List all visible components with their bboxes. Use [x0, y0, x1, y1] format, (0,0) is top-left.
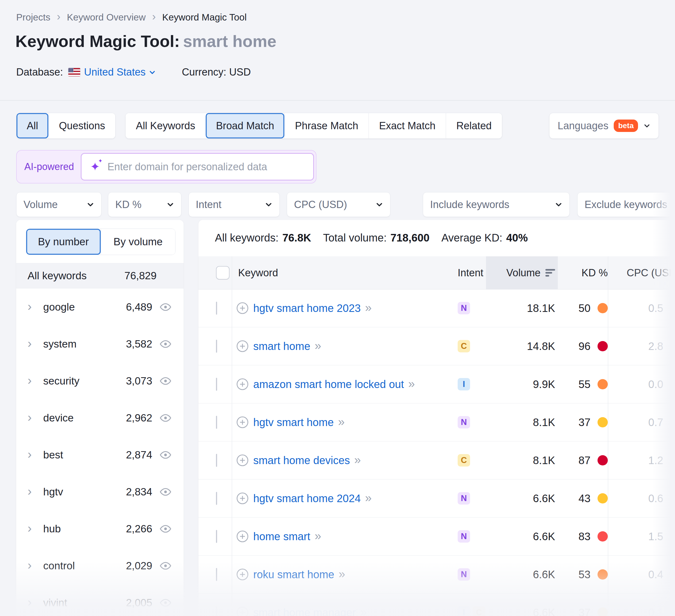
- intent-badge: C: [458, 454, 470, 466]
- add-keyword-icon[interactable]: [236, 492, 249, 505]
- tab-questions[interactable]: Questions: [48, 113, 115, 139]
- sidebar-group-vivint[interactable]: › vivint 2,005: [16, 584, 183, 616]
- row-checkbox[interactable]: [216, 568, 217, 581]
- kd-value: 37: [579, 416, 591, 429]
- eye-icon[interactable]: [159, 301, 172, 313]
- eye-icon[interactable]: [159, 559, 172, 572]
- kd-difficulty-dot: [598, 493, 608, 504]
- kd-value: 55: [579, 378, 591, 390]
- sidebar-group-hgtv[interactable]: › hgtv 2,834: [16, 473, 183, 510]
- add-keyword-icon[interactable]: [236, 416, 249, 429]
- eye-icon[interactable]: [159, 412, 172, 424]
- row-checkbox[interactable]: [216, 302, 217, 315]
- database-selector[interactable]: United States: [84, 66, 156, 78]
- sidebar-group-security[interactable]: › security 3,073: [16, 362, 183, 399]
- open-keyword-icon[interactable]: »: [365, 301, 371, 314]
- sidebar-group-control[interactable]: › control 2,029: [16, 547, 183, 584]
- open-keyword-icon[interactable]: »: [354, 453, 360, 466]
- filter-include-keywords[interactable]: Include keywords: [423, 192, 570, 217]
- languages-dropdown[interactable]: Languages beta: [549, 113, 659, 139]
- filters-row: Volume KD % Intent CPC (USD) Include key…: [16, 192, 675, 217]
- tab-phrase-match[interactable]: Phrase Match: [284, 113, 368, 139]
- open-keyword-icon[interactable]: »: [365, 491, 371, 505]
- select-all-checkbox[interactable]: [216, 266, 229, 279]
- tab-exact-match[interactable]: Exact Match: [369, 113, 446, 139]
- chevron-right-icon: ›: [152, 11, 156, 22]
- add-keyword-icon[interactable]: [236, 378, 249, 391]
- eye-icon[interactable]: [159, 486, 172, 498]
- column-volume-sorted[interactable]: Volume: [486, 256, 558, 289]
- volume-value: 6.6K: [486, 568, 558, 581]
- filter-kd[interactable]: KD %: [108, 192, 181, 217]
- eye-icon[interactable]: [159, 523, 172, 535]
- us-flag-icon: [68, 68, 80, 76]
- row-checkbox[interactable]: [216, 492, 217, 505]
- filter-volume[interactable]: Volume: [16, 192, 101, 217]
- open-keyword-icon[interactable]: »: [360, 605, 366, 616]
- add-keyword-icon[interactable]: [236, 568, 249, 581]
- breadcrumb-projects[interactable]: Projects: [16, 12, 50, 23]
- row-checkbox[interactable]: [216, 530, 217, 543]
- filter-cpc[interactable]: CPC (USD): [287, 192, 390, 217]
- tab-all[interactable]: All: [16, 113, 48, 139]
- breadcrumb-keyword-overview[interactable]: Keyword Overview: [67, 12, 146, 23]
- keyword-link[interactable]: smart home manager: [253, 607, 356, 616]
- open-keyword-icon[interactable]: »: [338, 415, 344, 429]
- tab-broad-match[interactable]: Broad Match: [206, 113, 284, 139]
- group-label: security: [43, 375, 79, 387]
- eye-icon[interactable]: [159, 597, 172, 609]
- eye-icon[interactable]: [159, 449, 172, 461]
- add-keyword-icon[interactable]: [236, 530, 249, 543]
- filter-intent[interactable]: Intent: [189, 192, 280, 217]
- keyword-link[interactable]: hgtv smart home: [253, 416, 334, 429]
- row-checkbox[interactable]: [216, 340, 217, 353]
- volume-value: 6.6K: [486, 607, 558, 616]
- toggle-by-volume[interactable]: By volume: [101, 229, 175, 255]
- table-row: hgtv smart home » N 8.1K 37 0.7: [199, 404, 675, 441]
- keyword-link[interactable]: smart home: [253, 340, 310, 352]
- open-keyword-icon[interactable]: »: [408, 377, 414, 390]
- keyword-link[interactable]: roku smart home: [253, 568, 334, 581]
- domain-input[interactable]: [107, 161, 307, 173]
- sidebar-group-google[interactable]: › google 6,489: [16, 288, 183, 326]
- tab-all-keywords[interactable]: All Keywords: [126, 113, 206, 139]
- eye-icon[interactable]: [159, 375, 172, 387]
- table-row: smart home » C 14.8K 96 2.8: [199, 327, 675, 365]
- column-kd[interactable]: KD %: [558, 256, 608, 289]
- sidebar-group-device[interactable]: › device 2,962: [16, 399, 183, 436]
- add-keyword-icon[interactable]: [236, 302, 249, 315]
- column-volume-label: Volume: [506, 267, 540, 279]
- sidebar-all-keywords-label: All keywords: [27, 270, 87, 282]
- open-keyword-icon[interactable]: »: [314, 529, 320, 543]
- group-count: 3,073: [126, 375, 152, 387]
- add-keyword-icon[interactable]: [236, 340, 249, 353]
- kd-difficulty-dot: [598, 417, 608, 427]
- table-row: home smart » N 6.6K 83 1.5: [199, 518, 675, 555]
- keyword-link[interactable]: hgtv smart home 2023: [253, 302, 361, 314]
- row-checkbox[interactable]: [216, 378, 217, 391]
- sidebar-group-best[interactable]: › best 2,874: [16, 436, 183, 473]
- group-count: 2,834: [126, 486, 152, 498]
- ai-powered-chip: AI-powered: [24, 161, 74, 172]
- add-keyword-icon[interactable]: [236, 454, 249, 467]
- row-checkbox[interactable]: [216, 454, 217, 467]
- sidebar-all-keywords-row[interactable]: All keywords 76,829: [16, 263, 183, 288]
- match-tab-group: All Keywords Broad Match Phrase Match Ex…: [125, 113, 502, 139]
- keyword-link[interactable]: amazon smart home locked out: [253, 378, 404, 390]
- eye-icon[interactable]: [159, 338, 172, 350]
- filter-exclude-keywords[interactable]: Exclude keywords: [577, 192, 675, 217]
- toggle-by-number[interactable]: By number: [26, 229, 101, 255]
- tab-related[interactable]: Related: [446, 113, 502, 139]
- add-keyword-icon[interactable]: [236, 606, 249, 616]
- row-checkbox[interactable]: [216, 416, 217, 429]
- header-divider: [0, 100, 675, 101]
- keyword-link[interactable]: hgtv smart home 2024: [253, 493, 361, 505]
- row-checkbox[interactable]: [216, 606, 217, 616]
- keyword-link[interactable]: home smart: [253, 530, 310, 543]
- sidebar-group-hub[interactable]: › hub 2,266: [16, 510, 183, 547]
- open-keyword-icon[interactable]: »: [314, 339, 320, 352]
- sidebar-group-system[interactable]: › system 3,582: [16, 326, 183, 362]
- keyword-link[interactable]: smart home devices: [253, 454, 350, 466]
- column-cpc[interactable]: CPC (USD): [608, 256, 675, 289]
- open-keyword-icon[interactable]: »: [339, 567, 345, 581]
